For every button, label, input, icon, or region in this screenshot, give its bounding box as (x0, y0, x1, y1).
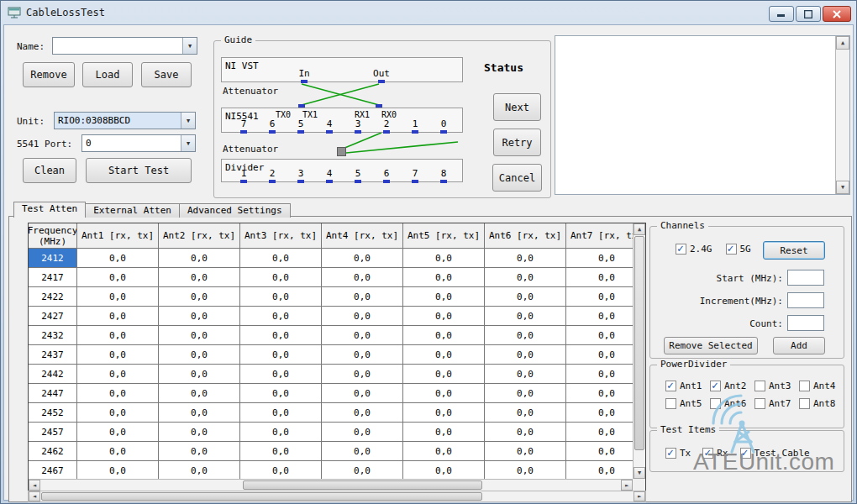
atten-cell[interactable]: 0,0 (159, 249, 240, 268)
atten-cell[interactable]: 0,0 (240, 307, 322, 326)
column-header-ant2[interactable]: Ant2 [rx, tx] (159, 223, 240, 249)
atten-cell[interactable]: 0,0 (403, 365, 485, 384)
scroll-down-icon[interactable]: ▼ (836, 181, 849, 194)
tab-test-atten[interactable]: Test Atten (13, 202, 86, 218)
scroll-right-icon[interactable]: ► (621, 480, 633, 491)
chevron-down-icon[interactable]: ▼ (181, 113, 195, 129)
atten-cell[interactable]: 0,0 (566, 384, 633, 403)
atten-cell[interactable]: 0,0 (240, 249, 322, 268)
atten-cell[interactable]: 0,0 (77, 307, 159, 326)
atten-cell[interactable]: 0,0 (403, 287, 485, 307)
scroll-down-icon[interactable]: ▼ (634, 467, 645, 479)
close-button[interactable] (823, 6, 851, 22)
chevron-down-icon[interactable]: ▼ (182, 38, 197, 54)
scroll-up-icon[interactable]: ▲ (634, 223, 645, 235)
atten-cell[interactable]: 0,0 (159, 287, 240, 307)
atten-cell[interactable]: 0,0 (77, 326, 159, 345)
frequency-cell[interactable]: 2452 (29, 403, 77, 423)
atten-cell[interactable]: 0,0 (566, 461, 633, 479)
checkbox-5g[interactable]: 5G (726, 244, 751, 255)
frequency-cell[interactable]: 2417 (29, 268, 77, 287)
atten-cell[interactable]: 0,0 (485, 326, 566, 345)
column-header-ant3[interactable]: Ant3 [rx, tx] (240, 223, 322, 249)
atten-cell[interactable]: 0,0 (566, 403, 633, 423)
atten-cell[interactable]: 0,0 (159, 268, 240, 287)
retry-button[interactable]: Retry (493, 129, 541, 156)
maximize-button[interactable] (796, 6, 821, 22)
checkbox-ant8[interactable]: Ant8 (799, 398, 844, 409)
atten-cell[interactable]: 0,0 (240, 461, 322, 479)
chevron-down-icon[interactable]: ▼ (181, 135, 195, 151)
atten-cell[interactable]: 0,0 (485, 461, 566, 479)
atten-cell[interactable]: 0,0 (159, 345, 240, 365)
atten-cell[interactable]: 0,0 (322, 403, 403, 423)
atten-cell[interactable]: 0,0 (322, 287, 403, 307)
atten-cell[interactable]: 0,0 (403, 268, 485, 287)
column-header-ant6[interactable]: Ant6 [rx, tx] (485, 223, 566, 249)
scroll-right-icon[interactable]: ► (634, 491, 645, 501)
atten-cell[interactable]: 0,0 (485, 307, 566, 326)
atten-cell[interactable]: 0,0 (240, 345, 322, 365)
column-header-ant1[interactable]: Ant1 [rx, tx] (77, 223, 159, 249)
atten-cell[interactable]: 0,0 (240, 442, 322, 461)
checkbox-ant5[interactable]: Ant5 (665, 398, 710, 409)
name-combo[interactable]: ▼ (52, 37, 197, 55)
atten-cell[interactable]: 0,0 (403, 461, 485, 479)
atten-cell[interactable]: 0,0 (403, 384, 485, 403)
atten-cell[interactable]: 0,0 (322, 326, 403, 345)
remove-button[interactable]: Remove (23, 62, 75, 87)
atten-cell[interactable]: 0,0 (159, 403, 240, 423)
tab-external-atten[interactable]: External Atten (85, 203, 180, 218)
log-panel[interactable]: ▲ ▼ (555, 35, 850, 195)
atten-cell[interactable]: 0,0 (485, 442, 566, 461)
scroll-left-icon[interactable]: ◄ (29, 491, 40, 501)
atten-cell[interactable]: 0,0 (77, 345, 159, 365)
column-header-ant7[interactable]: Ant7 [rx, tx] (566, 223, 633, 249)
atten-cell[interactable]: 0,0 (566, 307, 633, 326)
atten-cell[interactable]: 0,0 (240, 423, 322, 442)
atten-cell[interactable]: 0,0 (240, 326, 322, 345)
atten-cell[interactable]: 0,0 (322, 307, 403, 326)
atten-cell[interactable]: 0,0 (77, 423, 159, 442)
atten-cell[interactable]: 0,0 (403, 249, 485, 268)
column-header-ant5[interactable]: Ant5 [rx, tx] (403, 223, 485, 249)
checkbox-ant2[interactable]: Ant2 (710, 381, 754, 391)
frequency-cell[interactable]: 2437 (29, 345, 77, 365)
atten-cell[interactable]: 0,0 (322, 423, 403, 442)
add-button[interactable]: Add (773, 337, 825, 354)
start-mhz-input[interactable] (787, 270, 824, 286)
atten-cell[interactable]: 0,0 (403, 423, 485, 442)
atten-cell[interactable]: 0,0 (159, 326, 240, 345)
vscroll-thumb[interactable] (634, 236, 644, 450)
checkbox-tx[interactable]: Tx (665, 448, 691, 459)
atten-cell[interactable]: 0,0 (403, 326, 485, 345)
page-hscrollbar[interactable]: ◄ ► (28, 491, 646, 502)
atten-cell[interactable]: 0,0 (240, 365, 322, 384)
checkbox-ant1[interactable]: Ant1 (665, 381, 710, 391)
frequency-cell[interactable]: 2442 (29, 365, 77, 384)
atten-cell[interactable]: 0,0 (322, 461, 403, 479)
atten-cell[interactable]: 0,0 (159, 442, 240, 461)
frequency-cell[interactable]: 2462 (29, 442, 77, 461)
atten-cell[interactable]: 0,0 (566, 326, 633, 345)
atten-cell[interactable]: 0,0 (322, 249, 403, 268)
atten-cell[interactable]: 0,0 (566, 345, 633, 365)
atten-cell[interactable]: 0,0 (159, 365, 240, 384)
frequency-cell[interactable]: 2412 (29, 249, 77, 268)
frequency-cell[interactable]: 2422 (29, 287, 77, 307)
atten-cell[interactable]: 0,0 (566, 423, 633, 442)
atten-cell[interactable]: 0,0 (566, 268, 633, 287)
table-hscrollbar[interactable]: ◄ ► (29, 479, 633, 491)
column-header-ant4[interactable]: Ant4 [rx, tx] (322, 223, 403, 249)
atten-cell[interactable]: 0,0 (77, 365, 159, 384)
atten-cell[interactable]: 0,0 (77, 268, 159, 287)
remove-selected-button[interactable]: Remove Selected (664, 337, 758, 354)
atten-cell[interactable]: 0,0 (403, 403, 485, 423)
next-button[interactable]: Next (493, 93, 541, 121)
load-button[interactable]: Load (82, 62, 133, 87)
scroll-left-icon[interactable]: ◄ (29, 480, 40, 491)
atten-cell[interactable]: 0,0 (485, 287, 566, 307)
atten-cell[interactable]: 0,0 (77, 403, 159, 423)
scroll-up-icon[interactable]: ▲ (836, 36, 849, 50)
table-vscrollbar[interactable]: ▲ ▼ (633, 223, 645, 479)
